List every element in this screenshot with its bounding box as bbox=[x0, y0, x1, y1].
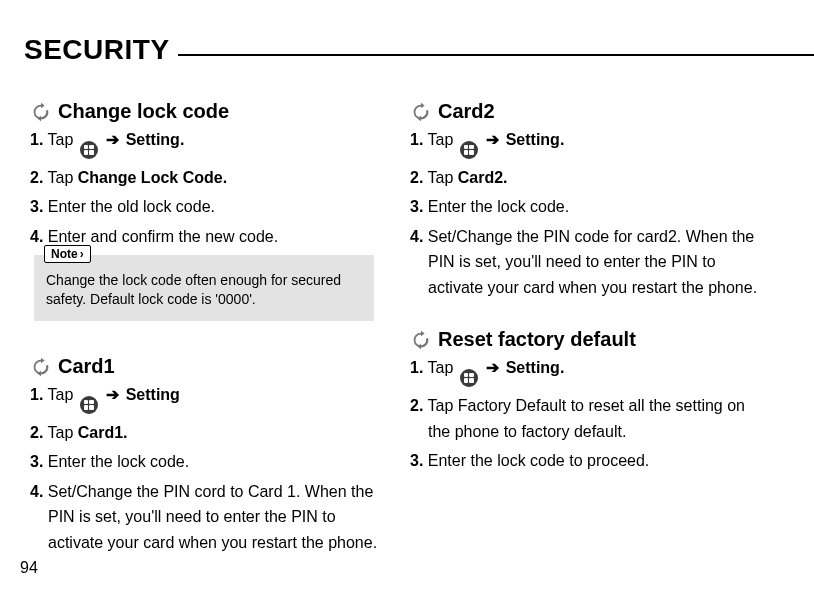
step-text: Tap bbox=[48, 131, 74, 148]
step-text: Set/Change the PIN cord to Card 1. When … bbox=[48, 483, 374, 500]
step-text: Tap bbox=[48, 424, 74, 441]
step-number: 3. bbox=[30, 453, 43, 470]
step-number: 2. bbox=[30, 424, 43, 441]
step-text: Enter the lock code. bbox=[48, 453, 189, 470]
note-box: Note Change the lock code often enough f… bbox=[34, 255, 374, 321]
refresh-icon bbox=[30, 356, 52, 378]
right-column: Card2 1. Tap ➔ Setting. 2. Tap Card2. 3.… bbox=[404, 100, 784, 578]
step-3: 3. Enter the lock code to proceed. bbox=[410, 450, 784, 472]
step-2-cont: the phone to factory default. bbox=[428, 421, 784, 443]
apps-icon bbox=[460, 141, 478, 159]
section-title: Reset factory default bbox=[438, 328, 636, 351]
step-bold: Card1. bbox=[78, 424, 128, 441]
arrow-icon: ➔ bbox=[484, 129, 501, 151]
content-columns: Change lock code 1. Tap ➔ Setting. 2. Ta… bbox=[24, 100, 790, 578]
step-number: 4. bbox=[30, 483, 43, 500]
step-text: Enter the lock code to proceed. bbox=[428, 452, 649, 469]
manual-page: SECURITY Change lock code 1. Tap ➔ Setti… bbox=[0, 0, 814, 589]
section-heading: Card1 bbox=[30, 355, 404, 378]
step-bold: Change Lock Code. bbox=[78, 169, 227, 186]
step-4-cont: PIN is set, you'll need to enter the PIN… bbox=[428, 251, 784, 273]
step-bold: Setting bbox=[126, 386, 180, 403]
page-title: SECURITY bbox=[24, 34, 178, 66]
step-text: Enter and confirm the new code. bbox=[48, 228, 278, 245]
step-number: 2. bbox=[30, 169, 43, 186]
step-2: 2. Tap Card1. bbox=[30, 422, 404, 444]
step-4: 4. Set/Change the PIN code for card2. Wh… bbox=[410, 226, 784, 248]
step-number: 3. bbox=[410, 452, 423, 469]
step-number: 1. bbox=[410, 131, 423, 148]
arrow-icon: ➔ bbox=[484, 357, 501, 379]
apps-icon bbox=[80, 141, 98, 159]
step-1: 1. Tap ➔ Setting. bbox=[30, 129, 404, 159]
step-4-cont: activate your card when you restart the … bbox=[48, 532, 404, 554]
refresh-icon bbox=[410, 329, 432, 351]
step-number: 2. bbox=[410, 169, 423, 186]
step-3: 3. Enter the lock code. bbox=[410, 196, 784, 218]
step-4-cont: PIN is set, you'll need to enter the PIN… bbox=[48, 506, 404, 528]
step-text: Tap bbox=[48, 169, 74, 186]
refresh-icon bbox=[410, 101, 432, 123]
section-heading: Reset factory default bbox=[410, 328, 784, 351]
step-2: 2. Tap Factory Default to reset all the … bbox=[410, 395, 784, 417]
section-card2: Card2 1. Tap ➔ Setting. 2. Tap Card2. 3.… bbox=[410, 100, 784, 298]
step-number: 1. bbox=[30, 386, 43, 403]
apps-icon bbox=[460, 369, 478, 387]
step-text: Enter the lock code. bbox=[428, 198, 569, 215]
arrow-icon: ➔ bbox=[104, 129, 121, 151]
section-heading: Card2 bbox=[410, 100, 784, 123]
step-text: Set/Change the PIN code for card2. When … bbox=[428, 228, 754, 245]
step-4: 4. Set/Change the PIN cord to Card 1. Wh… bbox=[30, 481, 404, 503]
step-number: 3. bbox=[410, 198, 423, 215]
step-1: 1. Tap ➔ Setting. bbox=[410, 129, 784, 159]
section-title: Card1 bbox=[58, 355, 115, 378]
step-4-cont: activate your card when you restart the … bbox=[428, 277, 784, 299]
section-reset-factory-default: Reset factory default 1. Tap ➔ Setting. … bbox=[410, 328, 784, 471]
arrow-icon: ➔ bbox=[104, 384, 121, 406]
section-change-lock-code: Change lock code 1. Tap ➔ Setting. 2. Ta… bbox=[30, 100, 404, 321]
step-bold: Setting. bbox=[126, 131, 185, 148]
step-number: 1. bbox=[410, 359, 423, 376]
step-text: Tap Factory Default to reset all the set… bbox=[428, 397, 746, 414]
section-heading: Change lock code bbox=[30, 100, 404, 123]
step-text: Tap bbox=[48, 386, 74, 403]
section-title: Change lock code bbox=[58, 100, 229, 123]
step-number: 1. bbox=[30, 131, 43, 148]
section-card1: Card1 1. Tap ➔ Setting 2. Tap Card1. 3. … bbox=[30, 355, 404, 553]
section-title: Card2 bbox=[438, 100, 495, 123]
step-bold: Setting. bbox=[506, 131, 565, 148]
note-text: Change the lock code often enough for se… bbox=[46, 271, 362, 309]
step-number: 4. bbox=[30, 228, 43, 245]
step-1: 1. Tap ➔ Setting bbox=[30, 384, 404, 414]
step-2: 2. Tap Card2. bbox=[410, 167, 784, 189]
step-text: Tap bbox=[428, 131, 454, 148]
step-number: 3. bbox=[30, 198, 43, 215]
step-4: 4. Enter and confirm the new code. bbox=[30, 226, 404, 248]
step-2: 2. Tap Change Lock Code. bbox=[30, 167, 404, 189]
step-text: Tap bbox=[428, 359, 454, 376]
step-number: 4. bbox=[410, 228, 423, 245]
left-column: Change lock code 1. Tap ➔ Setting. 2. Ta… bbox=[24, 100, 404, 578]
note-label: Note bbox=[44, 245, 91, 263]
step-bold: Setting. bbox=[506, 359, 565, 376]
step-3: 3. Enter the lock code. bbox=[30, 451, 404, 473]
refresh-icon bbox=[30, 101, 52, 123]
apps-icon bbox=[80, 396, 98, 414]
step-1: 1. Tap ➔ Setting. bbox=[410, 357, 784, 387]
step-bold: Card2. bbox=[458, 169, 508, 186]
step-text: Enter the old lock code. bbox=[48, 198, 215, 215]
page-number: 94 bbox=[20, 559, 38, 577]
step-number: 2. bbox=[410, 397, 423, 414]
step-3: 3. Enter the old lock code. bbox=[30, 196, 404, 218]
step-text: Tap bbox=[428, 169, 454, 186]
